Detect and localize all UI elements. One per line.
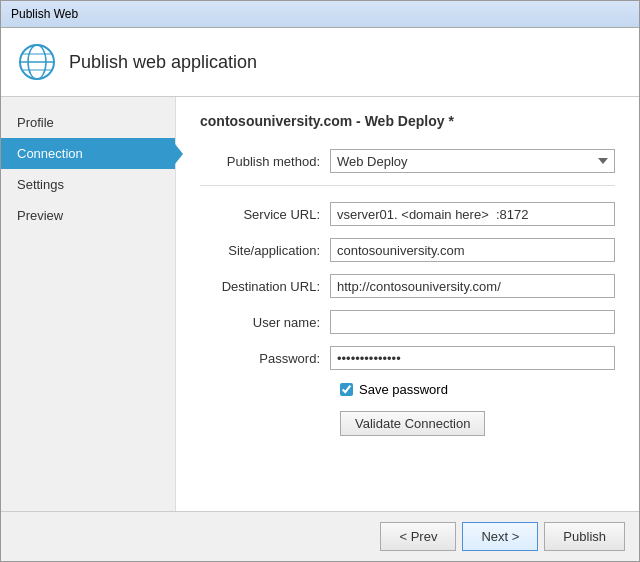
save-password-label[interactable]: Save password — [359, 382, 448, 397]
site-application-label: Site/application: — [200, 243, 330, 258]
user-name-label: User name: — [200, 315, 330, 330]
password-row: Password: — [200, 346, 615, 370]
destination-url-input[interactable] — [330, 274, 615, 298]
destination-url-label: Destination URL: — [200, 279, 330, 294]
service-url-input[interactable] — [330, 202, 615, 226]
title-bar: Publish Web — [1, 1, 639, 28]
sidebar: Profile Connection Settings Preview — [1, 97, 176, 511]
header-title: Publish web application — [69, 52, 257, 73]
site-application-input[interactable] — [330, 238, 615, 262]
save-password-checkbox[interactable] — [340, 383, 353, 396]
user-name-row: User name: — [200, 310, 615, 334]
service-url-label: Service URL: — [200, 207, 330, 222]
sidebar-item-connection[interactable]: Connection — [1, 138, 175, 169]
header-area: Publish web application — [1, 28, 639, 97]
sidebar-item-profile[interactable]: Profile — [1, 107, 175, 138]
destination-url-row: Destination URL: — [200, 274, 615, 298]
publish-web-window: Publish Web Publish web application Prof… — [0, 0, 640, 562]
footer: < Prev Next > Publish — [1, 511, 639, 561]
publish-method-label: Publish method: — [200, 154, 330, 169]
section-title: contosouniversity.com - Web Deploy * — [200, 113, 615, 133]
sidebar-item-settings[interactable]: Settings — [1, 169, 175, 200]
site-application-row: Site/application: — [200, 238, 615, 262]
service-url-row: Service URL: — [200, 202, 615, 226]
window-title: Publish Web — [11, 7, 78, 21]
main-content: contosouniversity.com - Web Deploy * Pub… — [176, 97, 639, 511]
prev-button[interactable]: < Prev — [380, 522, 456, 551]
divider — [200, 185, 615, 186]
password-label: Password: — [200, 351, 330, 366]
user-name-input[interactable] — [330, 310, 615, 334]
next-button[interactable]: Next > — [462, 522, 538, 551]
globe-icon — [17, 42, 57, 82]
publish-method-row: Publish method: Web Deploy — [200, 149, 615, 173]
publish-button[interactable]: Publish — [544, 522, 625, 551]
password-input[interactable] — [330, 346, 615, 370]
validate-connection-button[interactable]: Validate Connection — [340, 411, 485, 436]
publish-method-select[interactable]: Web Deploy — [330, 149, 615, 173]
content-area: Profile Connection Settings Preview cont… — [1, 97, 639, 511]
save-password-row: Save password — [340, 382, 615, 397]
sidebar-item-preview[interactable]: Preview — [1, 200, 175, 231]
